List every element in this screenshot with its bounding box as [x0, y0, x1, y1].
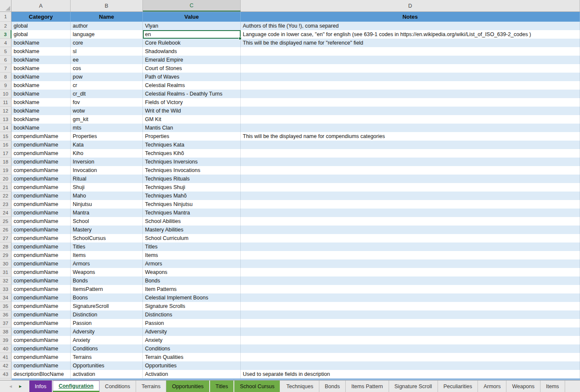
cell-B27[interactable]: SchoolCursus: [71, 234, 143, 243]
cell-A22[interactable]: compendiumName: [11, 192, 71, 200]
row-number-37[interactable]: 37: [0, 319, 11, 327]
row-number-11[interactable]: 11: [0, 98, 11, 107]
cell-B29[interactable]: Items: [71, 251, 143, 259]
cell-B11[interactable]: fov: [71, 98, 143, 107]
cell-C32[interactable]: Bonds: [143, 276, 241, 285]
row-number-22[interactable]: 22: [0, 192, 11, 200]
row-number-32[interactable]: 32: [0, 276, 11, 285]
cell-C34[interactable]: Celestial Implement Boons: [143, 293, 241, 302]
row-number-38[interactable]: 38: [0, 327, 11, 336]
cell-C33[interactable]: Item Patterns: [143, 285, 241, 293]
cell-D6[interactable]: [241, 56, 580, 64]
cell-A33[interactable]: compendiumName: [11, 285, 71, 293]
cell-B35[interactable]: SignatureScroll: [71, 302, 143, 310]
cell-A19[interactable]: compendiumName: [11, 166, 71, 175]
cell-C23[interactable]: Techniques Ninjutsu: [143, 200, 241, 209]
cell-C6[interactable]: Emerald Empire: [143, 56, 241, 64]
cell-D14[interactable]: [241, 124, 580, 132]
cell-D41[interactable]: [241, 353, 580, 361]
cell-B34[interactable]: Boons: [71, 293, 143, 302]
cell-D32[interactable]: [241, 276, 580, 285]
sheet-tab-school-cursus[interactable]: School Cursus: [234, 381, 281, 392]
row-number-40[interactable]: 40: [0, 344, 11, 353]
cell-A38[interactable]: compendiumName: [11, 327, 71, 336]
cell-B10[interactable]: cr_dlt: [71, 90, 143, 98]
cell-B13[interactable]: gm_kit: [71, 115, 143, 124]
cell-D33[interactable]: [241, 285, 580, 293]
cell-A7[interactable]: bookName: [11, 64, 71, 73]
cell-B22[interactable]: Maho: [71, 192, 143, 200]
cell-B40[interactable]: Conditions: [71, 344, 143, 353]
cell-A30[interactable]: compendiumName: [11, 259, 71, 268]
cell-D16[interactable]: [241, 141, 580, 149]
cell-D15[interactable]: This will be the displayed name for comp…: [241, 132, 580, 141]
cell-B2[interactable]: author: [71, 22, 143, 30]
cell-C40[interactable]: Conditions: [143, 344, 241, 353]
cell-A11[interactable]: bookName: [11, 98, 71, 107]
cell-D25[interactable]: [241, 217, 580, 226]
sheet-tab-items[interactable]: Items: [540, 381, 565, 392]
row-number-41[interactable]: 41: [0, 353, 11, 361]
cell-A20[interactable]: compendiumName: [11, 175, 71, 183]
cell-C21[interactable]: Techniques Shuji: [143, 183, 241, 192]
row-number-17[interactable]: 17: [0, 149, 11, 158]
cell-B5[interactable]: sl: [71, 47, 143, 56]
cell-C15[interactable]: Properties: [143, 132, 241, 141]
cell-C42[interactable]: Opportunities: [143, 361, 241, 370]
cell-C5[interactable]: Shadowlands: [143, 47, 241, 56]
cell-D20[interactable]: [241, 175, 580, 183]
cell-A8[interactable]: bookName: [11, 73, 71, 81]
cell-A23[interactable]: compendiumName: [11, 200, 71, 209]
cell-D35[interactable]: [241, 302, 580, 310]
cell-D10[interactable]: [241, 90, 580, 98]
cell-C18[interactable]: Techniques Inversions: [143, 158, 241, 166]
cell-D21[interactable]: [241, 183, 580, 192]
sheet-tab-bonds[interactable]: Bonds: [319, 381, 346, 392]
sheet-tab-armors[interactable]: Armors: [478, 381, 506, 392]
row-number-13[interactable]: 13: [0, 115, 11, 124]
cell-D8[interactable]: [241, 73, 580, 81]
row-number-20[interactable]: 20: [0, 175, 11, 183]
cell-A12[interactable]: bookName: [11, 107, 71, 115]
row-number-28[interactable]: 28: [0, 243, 11, 251]
cell-B37[interactable]: Passion: [71, 319, 143, 327]
cell-C12[interactable]: Writ of the Wild: [143, 107, 241, 115]
cell-B41[interactable]: Terrains: [71, 353, 143, 361]
row-number-31[interactable]: 31: [0, 268, 11, 276]
cell-B43[interactable]: activation: [71, 370, 143, 378]
cell-B38[interactable]: Adversity: [71, 327, 143, 336]
cell-B21[interactable]: Shuji: [71, 183, 143, 192]
cell-D24[interactable]: [241, 209, 580, 217]
cell-A5[interactable]: bookName: [11, 47, 71, 56]
cell-B12[interactable]: wotw: [71, 107, 143, 115]
cell-B6[interactable]: ee: [71, 56, 143, 64]
cell-D7[interactable]: [241, 64, 580, 73]
row-number-43[interactable]: 43: [0, 370, 11, 378]
row-number-26[interactable]: 26: [0, 226, 11, 234]
prev-sheet-arrow-icon[interactable]: ◄: [9, 384, 13, 389]
cell-A40[interactable]: compendiumName: [11, 344, 71, 353]
cell-B20[interactable]: Ritual: [71, 175, 143, 183]
sheet-tab-opportunities[interactable]: Opportunities: [166, 381, 210, 392]
cell-C28[interactable]: Titles: [143, 243, 241, 251]
cell-D40[interactable]: [241, 344, 580, 353]
cell-D12[interactable]: [241, 107, 580, 115]
cell-B42[interactable]: Opportunities: [71, 361, 143, 370]
cell-A34[interactable]: compendiumName: [11, 293, 71, 302]
cell-B16[interactable]: Kata: [71, 141, 143, 149]
cell-A26[interactable]: compendiumName: [11, 226, 71, 234]
cell-A28[interactable]: compendiumName: [11, 243, 71, 251]
sheet-tab-signature-scroll[interactable]: Signature Scroll: [389, 381, 438, 392]
cell-C11[interactable]: Fields of Victory: [143, 98, 241, 107]
cell-A42[interactable]: compendiumName: [11, 361, 71, 370]
cell-A31[interactable]: compendiumName: [11, 268, 71, 276]
cell-D36[interactable]: [241, 310, 580, 319]
sheet-tab-items-pattern[interactable]: Items Pattern: [346, 381, 389, 392]
cell-B36[interactable]: Distinction: [71, 310, 143, 319]
cell-B9[interactable]: cr: [71, 81, 143, 90]
cell-B17[interactable]: Kiho: [71, 149, 143, 158]
next-sheet-arrow-icon[interactable]: ►: [18, 384, 23, 389]
cell-D5[interactable]: [241, 47, 580, 56]
row-number-6[interactable]: 6: [0, 56, 11, 64]
cell-A41[interactable]: compendiumName: [11, 353, 71, 361]
